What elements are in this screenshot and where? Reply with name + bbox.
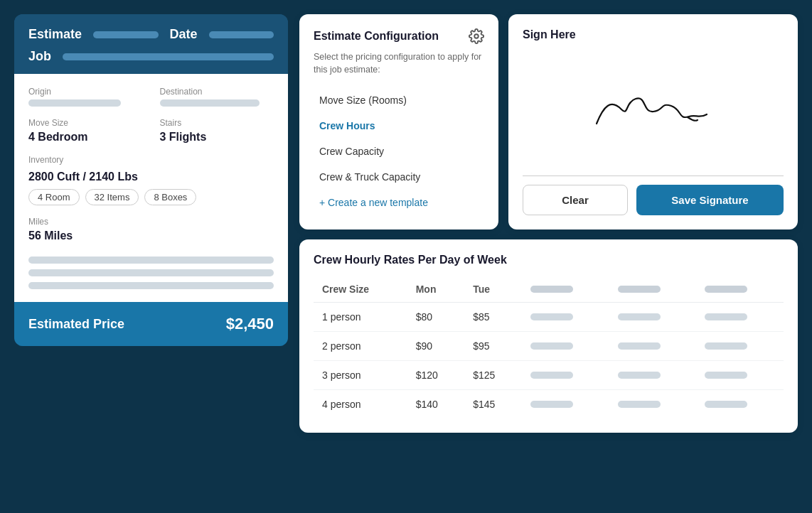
sign-title: Sign Here (523, 28, 784, 41)
wed-1 (522, 303, 609, 332)
date-label: Date (170, 27, 198, 42)
destination-label: Destination (160, 87, 274, 97)
top-row: Estimate Configuration Select the pricin… (299, 14, 798, 230)
thu-3 (609, 361, 697, 390)
move-size-label: Move Size (28, 118, 143, 128)
config-title: Estimate Configuration (314, 30, 439, 43)
config-option-crew-capacity[interactable]: Crew Capacity (314, 139, 484, 164)
col-fri (696, 276, 784, 303)
separator-bars (28, 256, 274, 289)
fri-3 (696, 361, 784, 390)
left-body: Origin Destination Move Size 4 Bedroom S… (14, 74, 288, 302)
table-row: 2 person $90 $95 (314, 332, 784, 361)
tag-boxes: 8 Boxes (144, 189, 196, 205)
col-crew-size: Crew Size (314, 276, 407, 303)
estimate-bar (93, 31, 158, 38)
mon-3: $120 (407, 361, 465, 390)
config-option-create[interactable]: + Create a new template (314, 190, 484, 215)
fri-1 (696, 303, 784, 332)
config-options: Move Size (Rooms) Crew Hours Crew Capaci… (314, 87, 484, 215)
thu-4 (609, 390, 697, 419)
estimate-label: Estimate (28, 27, 82, 42)
col-mon: Mon (407, 276, 465, 303)
col-thu (609, 276, 697, 303)
right-area: Estimate Configuration Select the pricin… (299, 14, 798, 433)
stairs-label: Stairs (160, 118, 274, 128)
job-bar (63, 53, 274, 60)
left-panel: Estimate Date Job Origin Destination Mov… (14, 14, 288, 346)
wed-4 (522, 390, 609, 419)
clear-button[interactable]: Clear (523, 185, 628, 215)
config-subtitle: Select the pricing configuration to appl… (314, 51, 484, 76)
crew-3: 3 person (314, 361, 407, 390)
rates-title: Crew Hourly Rates Per Day of Week (314, 254, 784, 266)
estimated-price-label: Estimated Price (28, 317, 124, 332)
job-label: Job (28, 49, 51, 64)
table-row: 4 person $140 $145 (314, 390, 784, 419)
left-header: Estimate Date Job (14, 14, 288, 74)
table-row: 3 person $120 $125 (314, 361, 784, 390)
thu-2 (609, 332, 697, 361)
wed-2 (522, 332, 609, 361)
config-option-crew-truck[interactable]: Crew & Truck Capacity (314, 164, 484, 190)
table-row: 1 person $80 $85 (314, 303, 784, 332)
inventory-label: Inventory (28, 155, 274, 165)
rates-card: Crew Hourly Rates Per Day of Week Crew S… (299, 239, 798, 433)
wed-3 (522, 361, 609, 390)
fri-4 (696, 390, 784, 419)
mon-4: $140 (407, 390, 465, 419)
crew-2: 2 person (314, 332, 407, 361)
tue-3: $125 (464, 361, 522, 390)
destination-bar (160, 99, 260, 107)
config-card: Estimate Configuration Select the pricin… (299, 14, 498, 230)
mon-2: $90 (407, 332, 465, 361)
config-option-move-size[interactable]: Move Size (Rooms) (314, 87, 484, 113)
sign-card: Sign Here Clear Save Signature (508, 14, 798, 230)
tag-rooms: 4 Room (28, 189, 80, 205)
crew-1: 1 person (314, 303, 407, 332)
gear-icon[interactable] (469, 28, 484, 44)
tags-row: 4 Room 32 Items 8 Boxes (28, 189, 274, 205)
col-thu-bar (618, 286, 661, 293)
stairs-value: 3 Flights (160, 131, 274, 144)
sep-bar-3 (28, 282, 274, 289)
rates-table: Crew Size Mon Tue 1 person $80 $85 (314, 276, 784, 418)
inventory-value: 2800 Cuft / 2140 Lbs (28, 171, 274, 183)
estimated-price-value: $2,450 (226, 315, 274, 333)
tue-2: $95 (464, 332, 522, 361)
col-wed (522, 276, 609, 303)
col-tue: Tue (464, 276, 522, 303)
sep-bar-1 (28, 256, 274, 264)
fri-2 (696, 332, 784, 361)
miles-value: 56 Miles (28, 230, 274, 242)
mon-1: $80 (407, 303, 465, 332)
sign-buttons: Clear Save Signature (523, 185, 784, 215)
save-signature-button[interactable]: Save Signature (636, 185, 784, 215)
tue-1: $85 (464, 303, 522, 332)
left-footer: Estimated Price $2,450 (14, 302, 288, 346)
svg-point-0 (474, 34, 479, 38)
miles-label: Miles (28, 217, 274, 227)
col-wed-bar (530, 286, 573, 293)
signature-area[interactable] (523, 50, 784, 176)
col-fri-bar (705, 286, 747, 293)
tag-items: 32 Items (85, 189, 139, 205)
config-option-crew-hours[interactable]: Crew Hours (314, 113, 484, 139)
sep-bar-2 (28, 269, 274, 276)
tue-4: $145 (464, 390, 522, 419)
origin-label: Origin (28, 87, 143, 97)
thu-1 (609, 303, 697, 332)
crew-4: 4 person (314, 390, 407, 419)
date-bar (209, 31, 274, 38)
origin-bar (28, 99, 121, 107)
move-size-value: 4 Bedroom (28, 131, 143, 144)
